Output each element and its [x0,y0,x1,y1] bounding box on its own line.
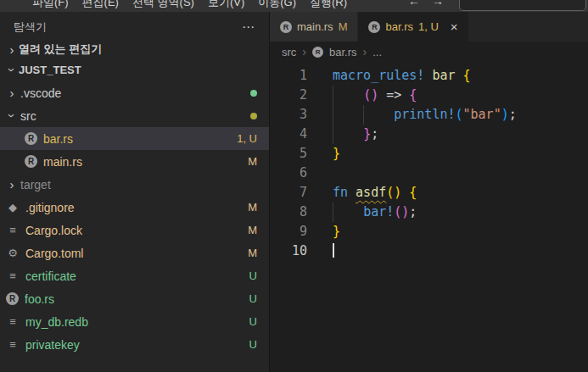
code-token: macro_rules! [333,68,424,83]
code-token: ( [456,107,463,122]
more-actions-button[interactable]: ⋯ [242,19,255,35]
file-tree: ›.vscode›srcRbar.rs1, URmain.rsM›target◆… [0,81,269,356]
code-token: () [363,87,378,103]
tree-item-.gitignore[interactable]: ◆.gitignoreM [0,196,269,219]
breadcrumb-item[interactable]: bar.rs [329,46,357,58]
code-line-6[interactable]: 6 [270,164,588,183]
git-status-badge: U [249,315,257,328]
tab-main.rs[interactable]: Rmain.rsM [270,12,358,42]
code-token: } [333,146,340,161]
code-line-7[interactable]: 7fn asdf() { [270,183,588,203]
lines-icon: ≡ [5,224,20,236]
chevron-down-icon: › [5,63,20,76]
indent-guide [333,105,333,125]
file-label: privatekey [25,338,80,352]
indent-guide [333,86,333,105]
indent-guide [333,125,333,144]
indent-guide [333,203,333,222]
line-number: 9 [270,222,307,242]
file-label: .gitignore [25,201,75,214]
chevron-right-icon: › [5,42,19,57]
git-status-badge: 1, U [237,132,257,145]
chevron-right-icon: › [363,45,367,58]
code-token: ; [371,126,378,142]
tab-git-badge: M [339,20,348,33]
file-label: Cargo.toml [25,247,83,260]
code-line-4[interactable]: 4 }; [270,125,588,144]
chevron-right-icon: › [5,177,19,192]
menu-item[interactable]: 이동(G) [251,0,303,11]
tab-label: bar.rs [385,20,413,33]
file-label: main.rs [43,155,82,169]
code-token [401,185,409,200]
tree-item-my_db.redb[interactable]: ≡my_db.redbU [0,310,269,333]
line-number: 6 [270,164,307,183]
rust-icon: R [280,21,292,33]
rust-icon: R [25,155,37,168]
file-label: Cargo.lock [25,224,82,237]
code-line-3[interactable]: 3 println!("bar"); [270,105,588,125]
line-number: 10 [270,242,307,261]
code-line-5[interactable]: 5} [270,144,588,164]
menu-item[interactable]: 실행(R) [303,0,354,11]
nav-forward-button[interactable]: → [432,0,444,8]
nav-back-button[interactable]: ← [408,0,420,8]
tree-item-privatekey[interactable]: ≡privatekeyU [0,333,269,356]
git-status-badge: U [249,292,257,305]
tree-item-src[interactable]: ›src [0,104,269,127]
code-token: "bar" [463,107,501,122]
code-line-10[interactable]: 10 [270,242,588,261]
tree-item-certificate[interactable]: ≡certificateU [0,264,269,287]
code-line-8[interactable]: 8 bar!(); [270,203,588,222]
project-root-label: JUST_TEST [19,64,81,76]
code-token: fn [333,185,348,200]
command-center-search[interactable] [459,0,586,11]
code-token: { [409,87,417,103]
breadcrumb[interactable]: src›Rbar.rs›... [270,42,588,62]
file-label: certificate [25,269,76,283]
line-number: 3 [270,105,307,125]
tree-item-main.rs[interactable]: Rmain.rsM [0,150,269,173]
code-token: ) [501,107,509,122]
file-label: .vscode [20,86,61,100]
explorer-title: 탐색기 [14,19,47,35]
git-status-badge: U [249,338,257,351]
code-token: () [394,204,409,219]
line-number: 4 [270,125,307,144]
menu-item[interactable]: 파일(F) [25,0,76,11]
tab-bar.rs[interactable]: Rbar.rs1, U× [358,12,468,42]
code-line-1[interactable]: 1macro_rules! bar { [270,66,588,86]
code-token: ; [409,204,417,219]
menu-item[interactable]: 선택 영역(S) [126,0,201,11]
chevron-right-icon: › [5,86,19,100]
code-token: println! [394,107,455,122]
tree-item-.vscode[interactable]: ›.vscode [0,81,269,104]
code-line-9[interactable]: 9} [270,222,588,242]
indent-guide [363,105,364,125]
tree-item-Cargo.toml[interactable]: ⚙Cargo.tomlM [0,242,269,264]
modified-dot [250,113,257,119]
tree-item-bar.rs[interactable]: Rbar.rs1, U [0,127,269,150]
tree-item-foo.rs[interactable]: Rfoo.rsU [0,287,269,310]
line-number: 2 [270,86,307,105]
code-line-2[interactable]: 2 () => { [270,86,588,105]
open-editors-section[interactable]: › 열려 있는 편집기 [0,39,269,59]
breadcrumb-item[interactable]: ... [372,46,382,58]
code-token [401,87,409,103]
code-token: asdf [356,185,386,200]
menu-item[interactable]: 보기(V) [201,0,251,11]
breadcrumb-item[interactable]: src [282,46,296,58]
search-input[interactable] [460,0,585,10]
rust-icon: R [368,21,380,33]
file-label: my_db.redb [25,315,88,329]
project-root-section[interactable]: › JUST_TEST [0,59,269,80]
close-icon[interactable]: × [451,20,458,33]
open-editors-label: 열려 있는 편집기 [19,42,102,57]
chevron-down-icon: › [5,109,20,123]
tab-label: main.rs [297,20,333,33]
gear-icon: ⚙ [5,247,20,259]
menu-item[interactable]: 편집(E) [76,0,126,11]
tree-item-target[interactable]: ›target [0,173,269,196]
tree-item-Cargo.lock[interactable]: ≡Cargo.lockM [0,219,269,242]
code-editor[interactable]: 1macro_rules! bar {2 () => {3 println!("… [270,66,588,261]
